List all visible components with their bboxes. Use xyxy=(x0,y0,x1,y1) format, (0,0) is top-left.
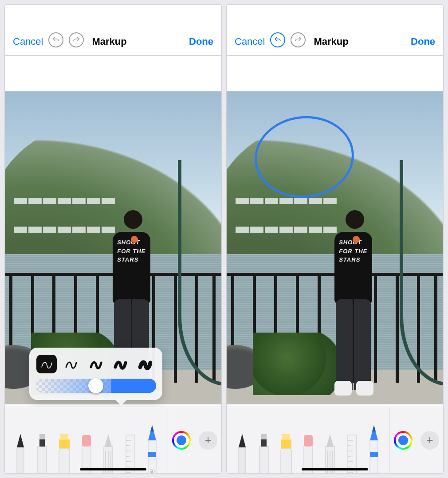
svg-rect-2 xyxy=(59,448,70,473)
tool-pen[interactable] xyxy=(233,433,252,473)
phone-right: Cancel Markup Done xyxy=(226,4,444,474)
person-subject xyxy=(318,210,378,392)
tool-marker[interactable] xyxy=(255,433,273,473)
phone-left: Cancel Markup Done xyxy=(4,4,222,474)
stroke-width-3[interactable] xyxy=(86,355,106,373)
tool-highlighter[interactable]: 80 xyxy=(277,433,295,473)
two-up-comparison: Cancel Markup Done xyxy=(4,4,444,474)
tool-marker[interactable] xyxy=(33,433,51,473)
cancel-button[interactable]: Cancel xyxy=(13,36,43,47)
plus-icon: + xyxy=(204,433,211,447)
svg-rect-3 xyxy=(59,439,70,448)
svg-rect-7 xyxy=(82,435,91,447)
svg-rect-46 xyxy=(370,452,378,457)
done-button[interactable]: Done xyxy=(189,36,213,47)
undo-icon xyxy=(52,36,60,44)
photo xyxy=(227,91,443,404)
tool-tray[interactable]: 80 50 xyxy=(5,407,168,473)
tool-lasso[interactable] xyxy=(321,433,339,473)
done-button[interactable]: Done xyxy=(411,36,435,47)
svg-rect-26 xyxy=(281,448,291,473)
current-color-swatch xyxy=(177,435,186,445)
svg-rect-22 xyxy=(148,452,156,457)
redo-button[interactable] xyxy=(291,32,306,47)
navbar: Cancel Markup Done xyxy=(227,5,443,56)
redo-icon xyxy=(72,36,80,44)
page-title: Markup xyxy=(92,36,126,47)
plus-icon: + xyxy=(426,433,433,447)
stroke-width-1[interactable] xyxy=(36,355,57,373)
navbar: Cancel Markup Done xyxy=(5,5,221,56)
color-picker-button[interactable] xyxy=(394,431,413,450)
stroke-options-popover xyxy=(29,348,162,400)
undo-button[interactable] xyxy=(270,32,285,47)
svg-rect-24 xyxy=(259,447,268,473)
svg-rect-27 xyxy=(281,439,291,448)
home-indicator xyxy=(302,468,368,470)
stroke-width-5[interactable] xyxy=(135,355,155,373)
home-indicator xyxy=(80,468,146,470)
tool-dock: 80 + xyxy=(227,407,443,473)
redo-button[interactable] xyxy=(69,32,84,47)
tool-ruler[interactable] xyxy=(121,433,140,473)
svg-rect-25 xyxy=(261,434,267,439)
tool-eraser[interactable] xyxy=(77,433,96,473)
stroke-width-row xyxy=(35,353,156,379)
svg-rect-31 xyxy=(304,435,313,447)
tool-highlighter[interactable]: 80 xyxy=(55,433,74,473)
color-picker-button[interactable] xyxy=(172,431,191,450)
page-title: Markup xyxy=(314,36,348,47)
stroke-width-4[interactable] xyxy=(110,355,130,373)
svg-text:50: 50 xyxy=(150,469,155,473)
tool-lasso[interactable] xyxy=(99,433,118,473)
tool-ruler[interactable] xyxy=(343,433,362,473)
svg-rect-12 xyxy=(126,435,135,473)
tool-eraser[interactable] xyxy=(299,433,318,473)
tool-tray[interactable]: 80 xyxy=(227,407,390,473)
add-annotation-button[interactable]: + xyxy=(420,431,439,450)
svg-rect-4 xyxy=(60,434,68,440)
canvas[interactable]: 80 50 + xyxy=(5,56,221,473)
svg-rect-36 xyxy=(348,435,357,473)
canvas[interactable]: 80 + xyxy=(227,56,443,473)
dock-right: + xyxy=(168,407,221,473)
add-annotation-button[interactable]: + xyxy=(199,431,217,450)
dock-right: + xyxy=(390,407,443,473)
opacity-slider[interactable] xyxy=(35,379,156,393)
svg-rect-0 xyxy=(38,447,47,473)
undo-button[interactable] xyxy=(48,32,63,47)
slider-thumb[interactable] xyxy=(88,378,103,393)
svg-rect-28 xyxy=(282,434,290,440)
svg-rect-1 xyxy=(39,434,45,439)
current-color-swatch xyxy=(398,435,408,445)
tool-pencil[interactable] xyxy=(365,425,383,473)
tool-pen[interactable] xyxy=(11,433,30,473)
tool-pencil[interactable]: 50 xyxy=(143,425,161,473)
tool-dock: 80 50 + xyxy=(5,407,221,473)
cancel-button[interactable]: Cancel xyxy=(235,36,265,47)
undo-icon xyxy=(274,36,282,44)
stroke-width-2[interactable] xyxy=(61,355,81,373)
redo-icon xyxy=(294,36,302,44)
